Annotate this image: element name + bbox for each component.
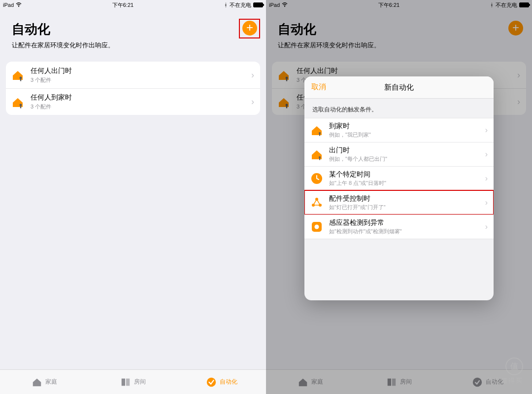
- home-arrive-icon: [310, 124, 323, 137]
- automation-sub: 3 个配件: [31, 76, 251, 84]
- sheet-prompt: 选取自动化的触发条件。: [304, 99, 494, 118]
- clock-icon: [310, 172, 323, 185]
- trigger-sensor[interactable]: 感应器检测到异常如"检测到动作"或"检测到烟雾" ›: [304, 215, 494, 239]
- chevron-right-icon: ›: [251, 70, 254, 80]
- svg-rect-2: [20, 79, 21, 81]
- chevron-right-icon: ›: [251, 97, 254, 107]
- svg-rect-19: [319, 158, 320, 160]
- trigger-arrive[interactable]: 到家时例如，"我已到家" ›: [304, 118, 494, 142]
- svg-rect-17: [319, 134, 320, 136]
- status-bar: iPad 下午6:21 ᚼ 不在充电: [0, 0, 266, 10]
- automation-title: 任何人出门时: [31, 67, 251, 75]
- sensor-icon: [310, 220, 323, 233]
- svg-point-3: [20, 104, 22, 106]
- home-person-icon: [11, 68, 25, 82]
- svg-rect-4: [20, 106, 21, 108]
- trigger-list: 到家时例如，"我已到家" › 出门时例如，"每个人都已出门" › 某个特定时间如…: [304, 118, 494, 239]
- svg-rect-5: [122, 378, 125, 386]
- chevron-right-icon: ›: [485, 222, 488, 231]
- automation-icon: [206, 377, 217, 388]
- page-subtitle: 让配件在家居环境变化时作出响应。: [12, 41, 254, 50]
- svg-point-18: [319, 156, 321, 158]
- trigger-accessory[interactable]: 配件受控制时如"灯已打开"或"门开了" ›: [304, 190, 494, 215]
- trigger-time[interactable]: 某个特定时间如"上午 8 点"或"日落时" ›: [304, 166, 494, 190]
- svg-point-25: [315, 225, 319, 229]
- svg-point-16: [319, 132, 321, 134]
- cancel-button[interactable]: 取消: [311, 82, 326, 92]
- charge-status: 不在充电: [230, 1, 251, 9]
- tab-automation[interactable]: 自动化: [177, 370, 266, 394]
- chevron-right-icon: ›: [485, 198, 488, 207]
- chevron-right-icon: ›: [485, 174, 488, 183]
- page-header: + 自动化 让配件在家居环境变化时作出响应。: [0, 10, 266, 55]
- svg-point-0: [18, 6, 19, 7]
- svg-point-7: [207, 377, 216, 386]
- wifi-icon: [16, 2, 22, 7]
- sheet-header: 取消 新自动化: [304, 76, 494, 98]
- automation-item[interactable]: 任何人出门时 3 个配件 ›: [6, 62, 260, 88]
- add-automation-button[interactable]: +: [242, 21, 257, 36]
- rooms-icon: [120, 377, 131, 388]
- pane-right: iPad 下午6:21 ᚼ不在充电 + 自动化 让配件在家居环境变化时作出响应。…: [266, 0, 532, 394]
- bluetooth-icon: ᚼ: [224, 2, 228, 8]
- page-title: 自动化: [12, 21, 254, 38]
- automation-sub: 3 个配件: [31, 103, 251, 110]
- svg-point-1: [20, 77, 22, 79]
- home-leave-icon: [310, 148, 323, 161]
- device-name: iPad: [3, 2, 14, 8]
- new-automation-sheet: 取消 新自动化 选取自动化的触发条件。 到家时例如，"我已到家" › 出门时例如…: [304, 76, 494, 300]
- automation-title: 任何人到家时: [31, 93, 251, 102]
- chevron-right-icon: ›: [485, 150, 488, 159]
- svg-rect-6: [126, 378, 130, 386]
- clock: 下午6:21: [112, 2, 133, 8]
- automation-list: 任何人出门时 3 个配件 › 任何人到家时 3 个配件 ›: [6, 62, 260, 115]
- home-person-icon: [11, 95, 25, 109]
- automation-item[interactable]: 任何人到家时 3 个配件 ›: [6, 88, 260, 115]
- sheet-title: 新自动化: [384, 83, 414, 92]
- tab-rooms[interactable]: 房间: [89, 370, 177, 394]
- chevron-right-icon: ›: [485, 126, 488, 135]
- trigger-leave[interactable]: 出门时例如，"每个人都已出门" ›: [304, 142, 494, 166]
- pane-left: iPad 下午6:21 ᚼ 不在充电 + 自动化 让配件在家居环境变化时作出响应…: [0, 0, 266, 394]
- tab-bar: 家庭 房间 自动化: [0, 369, 266, 394]
- house-icon: [32, 377, 42, 388]
- accessory-icon: [310, 196, 323, 209]
- battery-icon: [253, 2, 263, 7]
- tab-home[interactable]: 家庭: [0, 370, 89, 394]
